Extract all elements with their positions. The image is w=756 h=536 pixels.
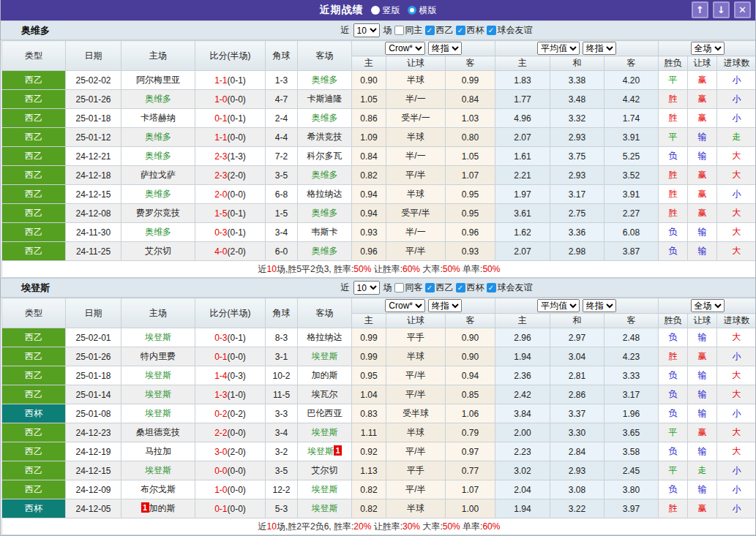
league-checkbox[interactable]: ✓ 西乙 — [425, 282, 454, 294]
match-count-select[interactable]: 10 — [353, 281, 380, 295]
handicap-cell: 半球 — [386, 499, 446, 518]
league-cell: 西杯 — [2, 499, 66, 518]
date-cell: 25-02-02 — [66, 71, 121, 90]
final-odds-select[interactable]: 终指 — [428, 299, 462, 312]
cup-checkbox[interactable]: ✓ 西杯 — [456, 24, 484, 37]
team-name: 埃登斯 — [21, 282, 50, 295]
avg-home-cell: 1.61 — [495, 147, 550, 166]
halftime-score: (0-0) — [228, 428, 246, 438]
handicap-cell: 平/半 — [386, 242, 446, 261]
goals-result-cell: 大 — [717, 328, 756, 347]
avg-draw-cell: 3.38 — [550, 71, 605, 90]
halftime-score: (0-1) — [228, 333, 246, 343]
odds-away-cell: 0.80 — [446, 128, 495, 147]
table-row: 西乙24-12-21奥维多2-3(1-3)7-2科尔多瓦0.84半/一1.051… — [2, 147, 756, 166]
avg-away-cell: 3.87 — [605, 242, 659, 261]
team-label: 奥维多 — [312, 75, 338, 85]
red-card-badge: 1 — [334, 445, 342, 456]
full-match-select[interactable]: 全场 — [691, 42, 725, 55]
avg-home-cell: 2.96 — [495, 328, 550, 347]
bookmaker-select[interactable]: Crow* — [385, 299, 425, 312]
friendly-checkbox[interactable]: ✓ 球会友谊 — [487, 24, 533, 37]
radio-icon[interactable] — [371, 6, 380, 15]
final-odds-select-2[interactable]: 终指 — [583, 42, 616, 55]
final-odds-select[interactable]: 终指 — [428, 42, 462, 55]
close-button[interactable]: ✕ — [734, 1, 751, 18]
average-select[interactable]: 平均值 — [537, 42, 580, 55]
bookmaker-select[interactable]: Crow* — [385, 42, 425, 55]
odds-away-cell: 0.85 — [446, 385, 495, 404]
odds-away-cell: 0.90 — [446, 347, 495, 366]
fulltime-score: 0-0 — [214, 466, 227, 476]
goals-result-cell: 大 — [717, 366, 756, 385]
table-row: 西乙25-01-14埃登斯1-3(1-0)11-5埃瓦尔1.04平/半0.852… — [2, 385, 756, 404]
checkbox-checked-icon[interactable]: ✓ — [456, 26, 465, 35]
cup-checkbox[interactable]: ✓ 西杯 — [456, 282, 484, 294]
odds-away-cell: 1.03 — [446, 109, 495, 128]
checkbox-unchecked-icon[interactable] — [394, 283, 404, 292]
date-cell: 25-01-26 — [66, 347, 121, 366]
league-type-label: 西乙 — [2, 461, 65, 480]
checkbox-checked-icon[interactable]: ✓ — [456, 283, 465, 292]
avg-home-cell: 3.02 — [495, 461, 550, 480]
avg-home-cell: 2.07 — [495, 242, 550, 261]
handicap-result-cell: 赢 — [688, 204, 717, 223]
same-venue-checkbox[interactable]: 同客 — [394, 282, 423, 294]
table-row: 西乙25-01-26特内里费0-1(0-0)3-1埃登斯0.99半球0.901.… — [2, 347, 756, 366]
handicap-result-cell: 赢 — [688, 185, 717, 204]
summary-label: 让胜率: — [371, 264, 403, 274]
result-cell: 平 — [659, 423, 688, 442]
checkbox-checked-icon[interactable]: ✓ — [487, 26, 496, 35]
home-team-cell: 奥维多 — [121, 185, 195, 204]
radio-selected-icon[interactable] — [408, 6, 416, 15]
league-cell: 西乙 — [2, 109, 66, 128]
col-corner: 角球 — [266, 41, 298, 71]
score-cell: 0-1(0-1) — [195, 109, 266, 128]
match-count-select[interactable]: 10 — [353, 23, 380, 37]
result-cell: 负 — [659, 404, 688, 423]
fulltime-score: 0-3 — [214, 333, 227, 343]
full-match-select[interactable]: 全场 — [691, 299, 725, 312]
table-row: 西乙24-11-30奥维多0-3(0-1)3-4韦斯卡0.93半/一0.961.… — [2, 223, 756, 242]
handicap-result-cell: 赢 — [688, 166, 717, 185]
near-label: 近 — [341, 24, 350, 37]
halftime-score: (1-3) — [228, 151, 246, 162]
corner-cell: 11-5 — [266, 385, 298, 404]
goals-result-cell: 大 — [717, 223, 756, 242]
date-cell: 25-01-14 — [66, 385, 121, 404]
same-venue-checkbox[interactable]: 同主 — [394, 24, 423, 37]
fulltime-score: 0-1 — [214, 504, 227, 514]
move-up-button[interactable]: ↑ — [692, 1, 708, 18]
home-team-cell: 1加的斯 — [121, 499, 195, 518]
final-odds-select-2[interactable]: 终指 — [583, 299, 616, 312]
home-team-cell: 埃登斯 — [121, 404, 195, 423]
layout-radio-vertical[interactable]: 竖版 — [371, 4, 400, 17]
date-cell: 25-01-18 — [66, 109, 121, 128]
handicap-cell: 半/一 — [386, 90, 446, 109]
move-down-button[interactable]: ↓ — [713, 1, 730, 18]
friendly-checkbox[interactable]: ✓ 球会友谊 — [487, 282, 533, 294]
avg-away-cell: 3.33 — [605, 366, 659, 385]
checkbox-checked-icon[interactable]: ✓ — [487, 283, 496, 292]
fulltime-score: 0-2 — [214, 409, 227, 419]
away-team-cell: 奥维多 — [298, 242, 352, 261]
league-type-label: 西乙 — [2, 385, 65, 404]
odds-home-cell: 1.13 — [352, 461, 386, 480]
checkbox-unchecked-icon[interactable] — [394, 26, 404, 35]
col-odds-home: 主 — [352, 314, 386, 328]
fulltime-score: 1-0 — [214, 485, 227, 495]
layout-radio-horizontal[interactable]: 横版 — [408, 4, 437, 17]
avg-home-cell: 3.84 — [495, 404, 550, 423]
col-home: 主场 — [121, 41, 195, 71]
col-score: 比分(半场) — [195, 41, 266, 71]
avg-draw-cell: 3.08 — [550, 480, 605, 499]
league-checkbox[interactable]: ✓ 西乙 — [425, 24, 454, 37]
checkbox-checked-icon[interactable]: ✓ — [425, 283, 435, 292]
corner-cell: 10-2 — [266, 366, 298, 385]
result-cell: 负 — [659, 328, 688, 347]
league-type-label: 西乙 — [2, 347, 65, 366]
checkbox-checked-icon[interactable]: ✓ — [425, 26, 435, 35]
halftime-score: (0-3) — [228, 371, 246, 381]
date-cell: 24-12-08 — [66, 204, 121, 223]
average-select[interactable]: 平均值 — [537, 299, 580, 312]
